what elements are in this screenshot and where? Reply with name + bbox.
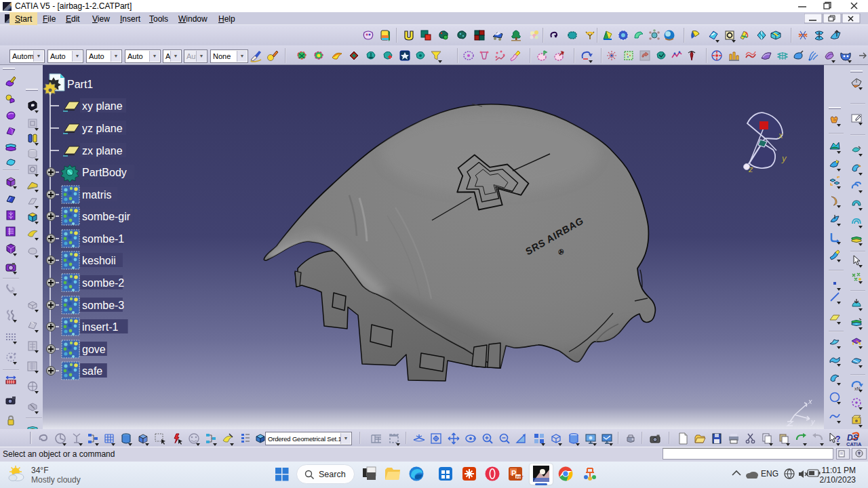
svg-text:CATIA: CATIA bbox=[846, 441, 862, 447]
svg-text:Part1: Part1 bbox=[67, 79, 93, 90]
svg-text:sombe-2: sombe-2 bbox=[82, 277, 124, 289]
svg-text:keshoii: keshoii bbox=[82, 255, 116, 266]
svg-text:sombe-1: sombe-1 bbox=[82, 233, 124, 245]
svg-text:safe: safe bbox=[82, 365, 102, 377]
svg-text:z: z bbox=[748, 164, 753, 174]
svg-text:x: x bbox=[808, 397, 812, 405]
svg-text:PPT: PPT bbox=[516, 475, 524, 479]
svg-text:sombe-gir: sombe-gir bbox=[82, 211, 131, 222]
svg-text:PartBody: PartBody bbox=[82, 167, 127, 178]
svg-text:x: x bbox=[778, 130, 783, 140]
svg-text:yz plane: yz plane bbox=[82, 123, 123, 134]
svg-text:gove: gove bbox=[82, 344, 106, 355]
svg-text:zx plane: zx plane bbox=[82, 145, 123, 157]
svg-text:matris: matris bbox=[82, 189, 112, 201]
svg-text:y: y bbox=[810, 418, 816, 426]
svg-text:?: ? bbox=[835, 434, 840, 444]
svg-text:y: y bbox=[781, 153, 787, 163]
svg-text:xy plane: xy plane bbox=[82, 100, 123, 112]
svg-text:insert-1: insert-1 bbox=[82, 321, 118, 333]
svg-text:sombe-3: sombe-3 bbox=[82, 300, 124, 311]
